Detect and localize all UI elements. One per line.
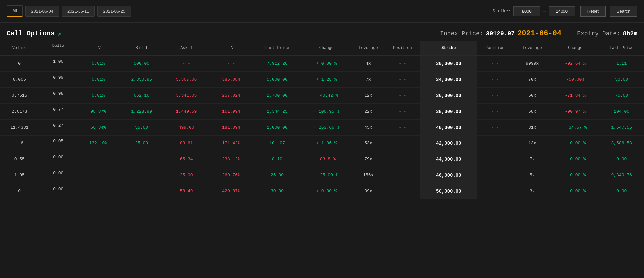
table-row: 1.6 0.05 ----- 132.10% 25.00 83.61 171.4… [0,136,644,151]
cell-lastprice2: 75.00 [599,88,644,104]
cell-iv1: 0.01% [78,56,119,72]
top-bar: All 2021-06-04 2021-06-11 2021-06-25 Str… [0,0,644,23]
cell-leverage1: 79x [352,151,385,167]
cell-change2: + 0.00 % [552,167,599,183]
cell-ask1: 25.00 [164,167,209,183]
cell-volume: 1.05 [0,167,39,183]
cell-lastprice1: 30.00 [253,183,301,199]
table-row: 0 1.00 ----- 0.01% 500.00 - - - - 7,912.… [0,56,644,72]
cell-strike: 36,000.00 [420,88,477,104]
cell-position1: - - [385,136,420,151]
cell-change1: + 1.06 % [301,136,352,151]
cell-change2: -71.84 % [552,88,599,104]
cell-position1: - - [385,72,420,88]
cell-leverage1: 53x [352,136,385,151]
cell-volume: 0.55 [0,151,39,167]
cell-iv2: 181.09% [209,120,253,136]
cell-iv2: 257.02% [209,88,253,104]
cell-position1: - - [385,183,420,199]
cell-lastprice1: 5,000.00 [253,72,301,88]
cell-position2: - - [477,72,513,88]
cell-delta: 0.00 ----- [39,151,78,167]
strike-min-input[interactable] [513,6,540,16]
options-table: Volume Delta- - - - - IV Bid 1 Ask 1 IV … [0,41,644,199]
cell-position1: - - [385,104,420,120]
cell-iv1: - - [78,167,119,183]
cell-iv1: - - [78,183,119,199]
cell-position1: - - [385,167,420,183]
cell-lastprice1: 25.00 [253,167,301,183]
cell-change1: + 0.00 % [301,183,352,199]
tab-all[interactable]: All [7,5,23,17]
col-header-iv1: IV [78,41,119,56]
cell-ask1: 58.49 [164,183,209,199]
cell-lastprice2: 1,547.55 [599,120,644,136]
reset-button[interactable]: Reset [580,6,606,17]
cell-change1: + 0.00 % [301,56,352,72]
cell-strike: 38,000.00 [420,104,477,120]
expiry-label: Expiry Date: [577,30,620,37]
cell-change2: -50.00% [552,72,599,88]
index-price-section: Index Price: 39129.97 2021-06-04 Expiry … [440,29,637,38]
cell-leverage1: 156x [352,167,385,183]
cell-delta: 0.05 ----- [39,136,78,151]
cell-lastprice2: 1.11 [599,56,644,72]
cell-iv2: 260.76% [209,167,253,183]
cell-iv1: - - [78,151,119,167]
cell-lastprice1: 8.10 [253,151,301,167]
cell-ask1: 3,341.05 [164,88,209,104]
cell-lastprice2: 0.00 [599,183,644,199]
cell-delta: 1.00 ----- [39,56,78,72]
cell-volume: 0 [0,56,39,72]
cell-position2: - - [477,183,513,199]
arrow-up-icon: ↗ [57,30,61,37]
cell-bid1: 662.16 [119,88,164,104]
cell-volume: 1.6 [0,136,39,151]
cell-lastprice2: 9,340.76 [599,167,644,183]
tab-date-2[interactable]: 2021-06-11 [62,6,95,17]
cell-position1: - - [385,56,420,72]
tab-date-1[interactable]: 2021-06-04 [25,6,59,17]
cell-delta: 0.00 ----- [39,167,78,183]
col-header-bid1: Bid 1 [119,41,164,56]
cell-change2: -92.64 % [552,56,599,72]
cell-change2: + 34.57 % [552,120,599,136]
cell-bid1: 1,228.99 [119,104,164,120]
cell-ask1: 65.34 [164,151,209,167]
cell-strike: 40,000.00 [420,120,477,136]
strike-label: Strike: [493,9,511,14]
col-header-iv2: IV [209,41,253,56]
call-options-label: Call Options [7,30,55,37]
cell-lastprice2: 50.00 [599,72,644,88]
strike-max-input[interactable] [549,6,575,16]
cell-leverage2: 31x [513,120,552,136]
cell-leverage1: 4x [352,56,385,72]
cell-leverage2: 9999x [513,56,552,72]
cell-leverage1: 12x [352,88,385,104]
col-header-change1: Change [301,41,352,56]
call-options-title: Call Options ↗ [7,30,61,37]
cell-volume: 0.7615 [0,88,39,104]
cell-iv1: 132.10% [78,136,119,151]
cell-change1: + 263.66 % [301,120,352,136]
col-header-delta: Delta- - - - - [39,41,78,56]
index-price-value: 39129.97 [486,30,515,37]
table-row: 0.006 0.99 ----- 0.01% 2,350.95 5,367.06… [0,72,644,88]
cell-leverage2: 5x [513,167,552,183]
tab-date-3[interactable]: 2021-06-25 [97,6,131,17]
cell-strike: 42,000.00 [420,136,477,151]
cell-strike: 34,000.00 [420,72,477,88]
cell-iv2: 161.99% [209,104,253,120]
cell-position2: - - [477,151,513,167]
cell-iv2: 238.12% [209,151,253,167]
cell-change2: -90.97 % [552,104,599,120]
cell-change2: + 0.00 % [552,183,599,199]
col-header-leverage2: Leverage [513,41,552,56]
cell-leverage2: 13x [513,136,552,151]
cell-iv1: 0.01% [78,88,119,104]
cell-delta: 0.00 ----- [39,183,78,199]
cell-position2: - - [477,136,513,151]
search-button[interactable]: Search [610,6,637,17]
col-header-volume: Volume [0,41,39,56]
cell-volume: 0 [0,183,39,199]
